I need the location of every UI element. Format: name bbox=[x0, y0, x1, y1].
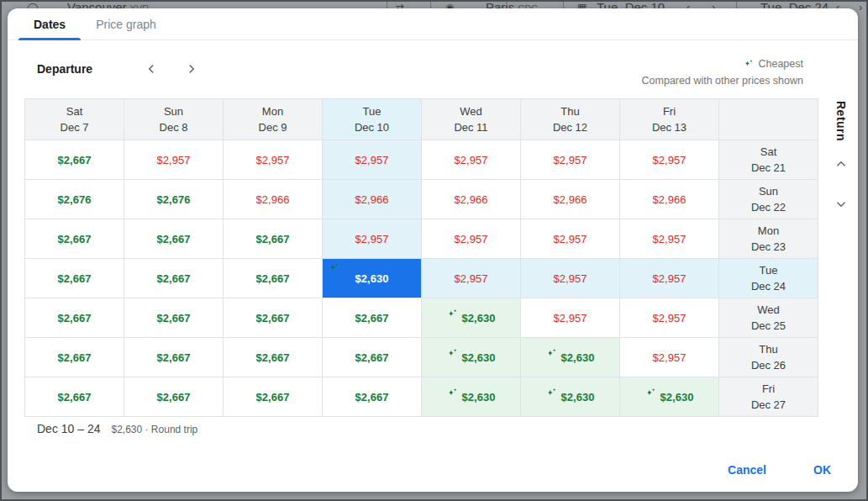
price-cell[interactable]: $2,966 bbox=[323, 180, 422, 219]
price-cell[interactable]: $2,966 bbox=[521, 180, 620, 219]
day-name: Fri bbox=[663, 103, 676, 119]
cheapest-sparkle-icon bbox=[329, 262, 339, 273]
price-cell[interactable]: $2,957 bbox=[620, 140, 719, 180]
price-value: $2,667 bbox=[256, 233, 290, 245]
selected-date-range: Dec 10 – 24 bbox=[37, 422, 101, 435]
price-cell[interactable]: $2,957 bbox=[620, 219, 719, 259]
price-value: $2,667 bbox=[58, 233, 92, 245]
price-cell[interactable]: $2,957 bbox=[521, 140, 620, 180]
price-cell[interactable]: $2,676 bbox=[124, 180, 224, 219]
day-name: Sun bbox=[164, 103, 183, 119]
day-date: Dec 24 bbox=[751, 278, 786, 294]
price-value: $2,630 bbox=[561, 351, 595, 364]
price-value: $2,667 bbox=[355, 312, 389, 324]
price-cell[interactable]: $2,957 bbox=[422, 140, 521, 180]
price-cell[interactable]: $2,630 bbox=[422, 338, 521, 377]
price-value: $2,957 bbox=[455, 154, 488, 166]
price-value: $2,667 bbox=[58, 154, 92, 166]
price-cell[interactable]: $2,957 bbox=[521, 259, 620, 298]
price-cell[interactable]: $2,667 bbox=[224, 338, 323, 377]
price-cell[interactable]: $2,667 bbox=[124, 298, 224, 338]
chevron-down-icon bbox=[834, 197, 849, 212]
day-date: Dec 23 bbox=[751, 239, 786, 255]
price-cell[interactable]: $2,957 bbox=[124, 140, 224, 180]
price-cell[interactable]: $2,667 bbox=[25, 219, 124, 259]
price-cell[interactable]: $2,667 bbox=[124, 338, 224, 377]
tab-dates[interactable]: Dates bbox=[18, 8, 81, 40]
price-value: $2,667 bbox=[256, 391, 290, 403]
selected-price-cell[interactable]: $2,630 bbox=[323, 259, 422, 298]
price-value: $2,667 bbox=[157, 233, 191, 245]
selection-summary: Dec 10 – 24 $2,630 · Round trip bbox=[37, 422, 197, 435]
price-cell[interactable]: $2,630 bbox=[521, 377, 620, 417]
price-cell[interactable]: $2,630 bbox=[620, 377, 719, 417]
price-cell[interactable]: $2,957 bbox=[323, 219, 422, 259]
grid-corner-cell bbox=[719, 98, 818, 140]
price-cell[interactable]: $2,957 bbox=[422, 219, 521, 259]
return-scroll-down-button[interactable] bbox=[829, 192, 853, 216]
cheapest-sparkle-icon bbox=[546, 388, 557, 398]
price-value: $2,966 bbox=[455, 193, 488, 206]
previous-week-button[interactable] bbox=[139, 57, 163, 81]
price-cell[interactable]: $2,966 bbox=[422, 180, 521, 219]
day-date: Dec 12 bbox=[553, 119, 587, 135]
price-value: $2,667 bbox=[256, 272, 290, 285]
price-value: $2,957 bbox=[455, 233, 488, 245]
price-cell[interactable]: $2,957 bbox=[620, 338, 719, 377]
price-cell[interactable]: $2,667 bbox=[224, 219, 323, 259]
price-cell[interactable]: $2,630 bbox=[422, 298, 521, 338]
price-cell[interactable]: $2,667 bbox=[124, 377, 224, 417]
price-cell[interactable]: $2,667 bbox=[323, 377, 422, 417]
price-cell[interactable]: $2,667 bbox=[124, 219, 224, 259]
price-cell[interactable]: $2,630 bbox=[521, 338, 620, 377]
price-cell[interactable]: $2,957 bbox=[620, 298, 719, 338]
price-value: $2,676 bbox=[58, 193, 92, 206]
price-cell[interactable]: $2,630 bbox=[422, 377, 521, 417]
price-cell[interactable]: $2,667 bbox=[224, 377, 323, 417]
price-cell[interactable]: $2,957 bbox=[620, 259, 719, 298]
price-cell[interactable]: $2,667 bbox=[25, 298, 124, 338]
price-cell[interactable]: $2,957 bbox=[521, 219, 620, 259]
departure-column-header: WedDec 11 bbox=[422, 98, 521, 140]
next-week-button[interactable] bbox=[180, 57, 203, 81]
day-date: Dec 25 bbox=[751, 318, 786, 334]
price-value: $2,957 bbox=[355, 154, 389, 166]
price-value: $2,957 bbox=[653, 351, 687, 364]
tab-price-graph[interactable]: Price graph bbox=[81, 8, 171, 40]
price-cell[interactable]: $2,667 bbox=[25, 338, 124, 377]
day-name: Mon bbox=[262, 103, 283, 119]
price-cell[interactable]: $2,966 bbox=[224, 180, 323, 219]
price-value: $2,957 bbox=[455, 272, 488, 285]
price-value: $2,957 bbox=[256, 154, 290, 166]
day-name: Tue bbox=[760, 262, 778, 278]
day-name: Wed bbox=[757, 302, 780, 318]
price-cell[interactable]: $2,957 bbox=[224, 140, 323, 180]
price-cell[interactable]: $2,667 bbox=[224, 298, 323, 338]
price-cell[interactable]: $2,667 bbox=[124, 259, 224, 298]
price-cell[interactable]: $2,667 bbox=[323, 338, 422, 377]
price-cell[interactable]: $2,667 bbox=[323, 298, 422, 338]
price-cell[interactable]: $2,667 bbox=[25, 259, 124, 298]
price-cell[interactable]: $2,966 bbox=[620, 180, 719, 219]
price-value: $2,630 bbox=[462, 351, 496, 364]
cheapest-sparkle-icon bbox=[744, 59, 754, 69]
price-value: $2,667 bbox=[58, 351, 92, 364]
return-scroll-up-button[interactable] bbox=[829, 152, 853, 176]
price-cell[interactable]: $2,667 bbox=[25, 140, 124, 180]
price-cell[interactable]: $2,957 bbox=[422, 259, 521, 298]
price-cell[interactable]: $2,667 bbox=[25, 377, 124, 417]
day-date: Dec 21 bbox=[751, 160, 786, 176]
price-cell[interactable]: $2,957 bbox=[323, 140, 422, 180]
price-value: $2,966 bbox=[355, 193, 389, 206]
price-cell[interactable]: $2,667 bbox=[224, 259, 323, 298]
price-value: $2,966 bbox=[256, 193, 290, 206]
day-date: Dec 7 bbox=[60, 119, 89, 135]
price-cell[interactable]: $2,676 bbox=[25, 180, 124, 219]
price-cell[interactable]: $2,957 bbox=[521, 298, 620, 338]
price-value: $2,630 bbox=[355, 272, 389, 285]
return-row-label: TueDec 24 bbox=[719, 259, 818, 298]
date-grid: SatDec 7SunDec 8MonDec 9TueDec 10WedDec … bbox=[24, 98, 818, 417]
price-value: $2,630 bbox=[561, 391, 595, 403]
ok-button[interactable]: OK bbox=[800, 456, 844, 483]
cancel-button[interactable]: Cancel bbox=[714, 456, 780, 483]
